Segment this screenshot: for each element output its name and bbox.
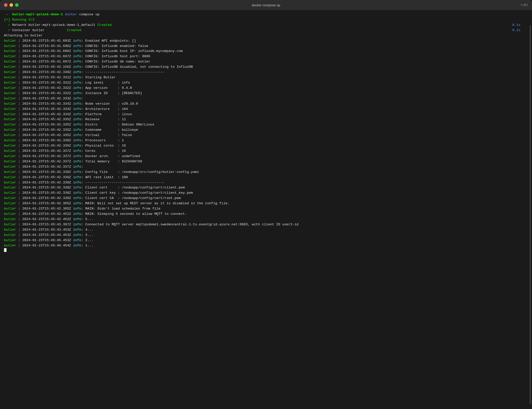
network-line: ✓ Network butler-mqtt-qstask-demo-1_defa…: [4, 23, 528, 28]
log-line: butler | 2024-01-23T15:45:45.453Z info: …: [4, 238, 528, 243]
log-line: butler | 2024-01-23T15:45:43.453Z info: …: [4, 227, 528, 233]
log-line: butler | 2024-01-23T15:45:42.338Z info: …: [4, 185, 528, 190]
cursor-line: [4, 248, 528, 252]
log-line: butler | 2024-01-23T15:45:42.336Z info: …: [4, 143, 528, 149]
container-space: [45, 28, 67, 33]
container-timing: 0.1s: [512, 28, 528, 33]
terminal-window: docker compose up ⌥⌘2 → butler-mqtt-qsta…: [0, 0, 532, 409]
network-check: ✓: [4, 23, 12, 28]
network-label: Network butler-mqtt-qstask-demo-1_defaul…: [12, 23, 95, 28]
log-line: butler | 2024-01-23T15:45:42.332Z info: …: [4, 86, 528, 91]
log-line: butler | 2024-01-23T15:45:41.693Z info: …: [4, 38, 528, 44]
log-line: butler | 2024-01-23T15:45:41.697Z info: …: [4, 59, 528, 64]
log-line: butler | 2024-01-23T15:45:41.697Z info: …: [4, 54, 528, 59]
log-line: butler | 2024-01-23T15:45:42.336Z info: …: [4, 138, 528, 143]
prompt-space: [63, 12, 65, 17]
titlebar: docker compose up ⌥⌘2: [0, 0, 532, 10]
log-line: butler | 2024-01-23T15:45:42.338Z info: …: [4, 190, 528, 196]
keyboard-shortcut: ⌥⌘2: [520, 3, 528, 7]
log-line: butler | 2024-01-23T15:45:42.335Z info: …: [4, 122, 528, 127]
prompt-command: compose up: [77, 12, 100, 17]
log-line: butler | 2024-01-23T15:45:42.337Z info:: [4, 164, 528, 170]
container-status: Created: [67, 28, 81, 33]
log-line: butler | 2024-01-23T15:45:43.397Z info: …: [4, 222, 528, 227]
log-line: butler | 2024-01-23T15:45:42.338Z info: …: [4, 175, 528, 180]
traffic-lights: [4, 3, 19, 7]
log-line: butler | 2024-01-23T15:45:41.696Z info: …: [4, 49, 528, 54]
log-line: butler | 2024-01-23T15:45:42.452Z info: …: [4, 217, 528, 222]
log-line: butler | 2024-01-23T15:45:42.334Z info: …: [4, 112, 528, 117]
log-line: butler | 2024-01-23T15:45:42.331Z info: …: [4, 75, 528, 80]
log-line: butler | 2024-01-23T15:45:42.330Z info: …: [4, 70, 528, 75]
prompt-docker: docker: [65, 12, 77, 17]
log-line: butler | 2024-01-23T15:45:42.335Z info: …: [4, 117, 528, 122]
attaching-text: Attaching to butler: [4, 33, 43, 38]
network-timing: 0.1s: [512, 23, 528, 28]
log-container: butler | 2024-01-23T15:45:41.693Z info: …: [4, 38, 528, 248]
log-line: butler | 2024-01-23T15:45:42.339Z info: …: [4, 196, 528, 201]
terminal-cursor: [4, 248, 7, 252]
log-line: butler | 2024-01-23T15:45:42.365Z info: …: [4, 201, 528, 206]
prompt-line: → butler-mqtt-qstask-demo-1 docker compo…: [4, 12, 528, 17]
log-line: butler | 2024-01-23T15:45:42.334Z info: …: [4, 107, 528, 112]
log-line: butler | 2024-01-23T15:45:42.337Z info: …: [4, 159, 528, 164]
window-title: docker compose up: [252, 3, 280, 7]
log-line: butler | 2024-01-23T15:45:42.338Z info: …: [4, 170, 528, 175]
log-line: butler | 2024-01-23T15:45:42.156Z info: …: [4, 64, 528, 70]
close-button[interactable]: [4, 3, 8, 7]
log-line: butler | 2024-01-23T15:45:46.454Z info: …: [4, 243, 528, 248]
running-line: [+] Running 2/2: [4, 17, 528, 23]
log-line: butler | 2024-01-23T15:45:42.337Z info: …: [4, 154, 528, 159]
scrollbar[interactable]: [529, 25, 531, 404]
prompt-arrow: →: [4, 12, 12, 17]
log-line: butler | 2024-01-23T15:45:42.335Z info: …: [4, 127, 528, 133]
maximize-button[interactable]: [15, 3, 19, 7]
log-line: butler | 2024-01-23T15:45:42.338Z info: …: [4, 180, 528, 185]
log-line: butler | 2024-01-23T15:45:44.453Z info: …: [4, 233, 528, 238]
log-line: butler | 2024-01-23T15:45:42.452Z info: …: [4, 212, 528, 217]
container-label: Container butler: [12, 28, 45, 33]
log-line: butler | 2024-01-23T15:45:42.332Z info: …: [4, 91, 528, 96]
log-line: butler | 2024-01-23T15:45:42.335Z info: …: [4, 133, 528, 138]
container-check: ✓: [4, 28, 12, 33]
prompt-host: butler-mqtt-qstask-demo-1: [12, 12, 63, 17]
attaching-line: Attaching to butler: [4, 33, 528, 38]
log-line: butler | 2024-01-23T15:45:42.331Z info: …: [4, 80, 528, 86]
network-status: Created: [98, 23, 112, 28]
running-text: [+] Running 2/2: [4, 17, 35, 23]
log-line: butler | 2024-01-23T15:45:42.334Z info: …: [4, 101, 528, 107]
log-line: butler | 2024-01-23T15:45:42.333Z info:: [4, 96, 528, 101]
log-line: butler | 2024-01-23T15:45:42.337Z info: …: [4, 149, 528, 154]
log-line: butler | 2024-01-23T15:45:41.696Z info: …: [4, 44, 528, 49]
network-space: [96, 23, 98, 28]
terminal-content[interactable]: → butler-mqtt-qstask-demo-1 docker compo…: [0, 10, 532, 409]
minimize-button[interactable]: [10, 3, 13, 7]
container-line: ✓ Container butler Created 0.1s: [4, 28, 528, 33]
log-line: butler | 2024-01-23T15:45:42.365Z info: …: [4, 206, 528, 212]
